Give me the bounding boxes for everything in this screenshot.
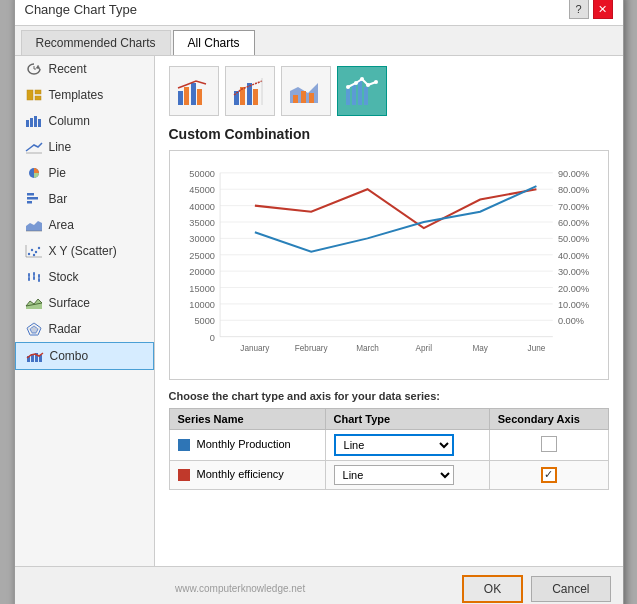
svg-rect-11 [27,193,34,196]
ok-button[interactable]: OK [462,575,523,603]
tab-all-charts[interactable]: All Charts [173,30,255,55]
column-icon [25,114,43,128]
help-button[interactable]: ? [569,0,589,19]
sidebar-item-pie[interactable]: Pie [15,160,154,186]
svg-point-20 [32,253,34,255]
svg-text:70.00%: 70.00% [557,201,588,211]
sidebar-item-radar[interactable]: Radar [15,316,154,342]
close-button[interactable]: ✕ [593,0,613,19]
svg-text:60.00%: 60.00% [557,218,588,228]
sidebar-item-scatter[interactable]: X Y (Scatter) [15,238,154,264]
sidebar-item-scatter-label: X Y (Scatter) [49,244,117,258]
templates-icon [25,88,43,102]
sidebar-item-line[interactable]: Line [15,134,154,160]
chart-icon-stacked[interactable] [281,66,331,116]
svg-text:March: March [356,344,379,353]
svg-text:20000: 20000 [189,267,215,277]
svg-rect-8 [38,119,41,127]
chart-type-select-1[interactable]: Line Column Bar Area [334,434,454,456]
svg-text:April: April [415,344,432,353]
sidebar-item-column-label: Column [49,114,90,128]
svg-rect-7 [34,116,37,127]
sidebar-item-recent-label: Recent [49,62,87,76]
data-series-section: Choose the chart type and axis for your … [169,390,609,490]
sidebar-item-area-label: Area [49,218,74,232]
title-bar-buttons: ? ✕ [569,0,613,19]
sidebar-item-recent[interactable]: Recent [15,56,154,82]
svg-rect-58 [346,89,350,105]
chart-icon-clustered[interactable] [169,66,219,116]
chart-type-icons [169,66,609,116]
svg-point-16 [27,252,29,254]
sidebar-item-stock[interactable]: Stock [15,264,154,290]
dialog-footer: www.computerknowledge.net OK Cancel [15,566,623,605]
surface-icon [25,296,43,310]
title-bar: Change Chart Type ? ✕ [15,0,623,26]
svg-point-19 [37,246,39,248]
secondary-axis-cell-1 [489,429,608,460]
svg-text:January: January [240,344,270,353]
change-chart-type-dialog: Change Chart Type ? ✕ Recommended Charts… [14,0,624,604]
svg-marker-14 [26,221,42,231]
col-chart-type: Chart Type [325,408,489,429]
svg-point-64 [360,77,364,81]
svg-text:25000: 25000 [189,250,215,260]
series-name-2: Monthly efficiency [197,468,284,480]
tab-recommended[interactable]: Recommended Charts [21,30,171,55]
svg-point-17 [30,248,32,250]
svg-rect-13 [27,201,32,204]
svg-rect-3 [35,90,41,94]
sidebar-item-templates-label: Templates [49,88,104,102]
area-icon [25,218,43,232]
data-series-table: Series Name Chart Type Secondary Axis Mo… [169,408,609,490]
radar-icon [25,322,43,336]
main-panel: Custom Combination 50000 45000 40000 350… [155,56,623,566]
sidebar-item-stock-label: Stock [49,270,79,284]
svg-text:February: February [294,344,328,353]
svg-point-62 [346,85,350,89]
svg-text:June: June [527,344,545,353]
series-name-cell-1: Monthly Production [169,429,325,460]
sidebar-item-combo[interactable]: Combo [15,342,154,370]
svg-text:0: 0 [209,332,214,342]
series-name-cell-2: Monthly efficiency [169,460,325,489]
chart-type-select-2[interactable]: Line Column Bar Area [334,465,454,485]
svg-rect-61 [364,87,368,105]
secondary-axis-checkbox-1[interactable] [541,436,557,452]
sidebar-item-area[interactable]: Area [15,212,154,238]
svg-text:15000: 15000 [189,283,215,293]
table-row: Monthly efficiency Line Column Bar Area [169,460,608,489]
sidebar-item-templates[interactable]: Templates [15,82,154,108]
series-color-1 [178,439,190,451]
watermark: www.computerknowledge.net [27,583,454,594]
sidebar-item-bar[interactable]: Bar [15,186,154,212]
sidebar-item-line-label: Line [49,140,72,154]
svg-text:40000: 40000 [189,201,215,211]
secondary-axis-checkbox-2[interactable] [541,467,557,483]
svg-text:90.00%: 90.00% [557,168,588,178]
line-icon [25,140,43,154]
svg-text:5000: 5000 [194,316,214,326]
section-title: Custom Combination [169,126,609,142]
svg-point-65 [366,83,370,87]
pie-icon [25,166,43,180]
svg-rect-48 [197,89,202,105]
sidebar-item-pie-label: Pie [49,166,66,180]
table-row: Monthly Production Line Column Bar Area [169,429,608,460]
secondary-axis-cell-2 [489,460,608,489]
cancel-button[interactable]: Cancel [531,576,610,602]
chart-icon-custom[interactable] [337,66,387,116]
chart-type-cell-2: Line Column Bar Area [325,460,489,489]
svg-text:50000: 50000 [189,168,215,178]
sidebar-item-surface-label: Surface [49,296,90,310]
sidebar-item-column[interactable]: Column [15,108,154,134]
svg-point-63 [354,81,358,85]
svg-text:50.00%: 50.00% [557,234,588,244]
sidebar-item-bar-label: Bar [49,192,68,206]
sidebar-item-surface[interactable]: Surface [15,290,154,316]
svg-rect-52 [253,89,258,105]
svg-rect-5 [26,120,29,127]
chart-icon-clustered-secondary[interactable] [225,66,275,116]
svg-rect-4 [35,96,41,100]
dialog-title-area: Change Chart Type [25,2,138,17]
